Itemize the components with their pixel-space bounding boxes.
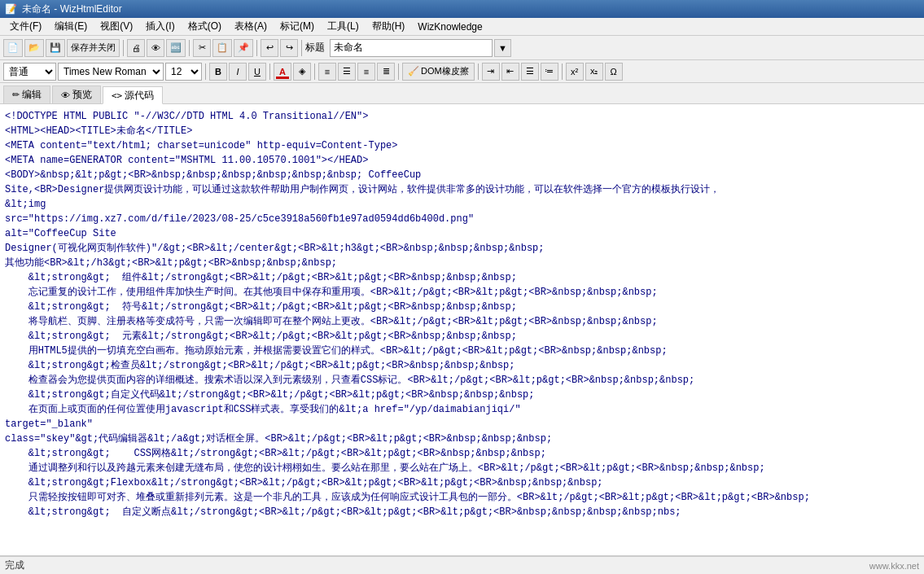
tab-edit[interactable]: ✏ 编辑	[3, 85, 50, 103]
spell-button[interactable]: 🔤	[166, 39, 186, 57]
dom-eraser-button[interactable]: 🧹 DOM橡皮擦	[402, 63, 475, 81]
title-icon: 📝	[5, 3, 17, 15]
separator4	[301, 40, 302, 56]
editor-area[interactable]: <!DOCTYPE HTML PUBLIC "-//W3C//DTD HTML …	[0, 104, 924, 556]
font-color-button[interactable]: A	[274, 63, 291, 81]
title-bar: 📝 未命名 - WizHtmlEditor	[0, 0, 924, 18]
menu-tools[interactable]: 工具(L)	[321, 18, 366, 35]
dom-eraser-label: DOM橡皮擦	[421, 65, 469, 77]
menu-view[interactable]: 视图(V)	[94, 18, 139, 35]
new-button[interactable]: 📄	[3, 39, 23, 57]
highlight-button[interactable]: ◈	[293, 63, 311, 81]
paste-button[interactable]: 📌	[234, 39, 253, 57]
redo-button[interactable]: ↪	[280, 39, 298, 57]
separator9	[478, 64, 479, 80]
menu-mark[interactable]: 标记(M)	[274, 18, 321, 35]
menu-edit[interactable]: 编辑(E)	[48, 18, 94, 35]
preview-tab-icon: 👁	[61, 90, 70, 100]
menu-format[interactable]: 格式(O)	[182, 18, 228, 35]
dom-eraser-icon: 🧹	[408, 66, 419, 77]
separator10	[562, 64, 563, 80]
align-justify-button[interactable]: ≣	[377, 63, 395, 81]
source-tab-icon: <>	[112, 90, 122, 101]
watermark: www.kkx.net	[869, 561, 919, 571]
save-close-button[interactable]: 保存并关闭	[67, 39, 120, 57]
separator1	[123, 40, 124, 56]
style-select[interactable]: 普通	[3, 63, 56, 81]
open-button[interactable]: 📂	[24, 39, 44, 57]
font-select[interactable]: Times New Roman	[58, 63, 164, 81]
title-dropdown-button[interactable]: ▼	[494, 39, 511, 57]
special-char-button[interactable]: Ω	[605, 63, 623, 81]
save-close-label: 保存并关闭	[71, 42, 116, 54]
align-left-button[interactable]: ≡	[318, 63, 336, 81]
menu-file[interactable]: 文件(F)	[3, 18, 48, 35]
separator2	[189, 40, 190, 56]
edit-tab-label: 编辑	[22, 88, 42, 102]
title-input[interactable]	[330, 39, 493, 57]
tab-source[interactable]: <> 源代码	[103, 86, 163, 104]
separator5	[205, 64, 206, 80]
source-code: <!DOCTYPE HTML PUBLIC "-//W3C//DTD HTML …	[5, 109, 919, 519]
size-select[interactable]: 12	[165, 63, 202, 81]
edit-tab-icon: ✏	[12, 90, 20, 100]
copy-button[interactable]: 📋	[212, 39, 232, 57]
tab-preview[interactable]: 👁 预览	[52, 85, 101, 103]
title-label: 标题	[305, 41, 325, 55]
tab-bar: ✏ 编辑 👁 预览 <> 源代码	[0, 83, 924, 104]
align-center-button[interactable]: ☰	[338, 63, 356, 81]
superscript-button[interactable]: x²	[566, 63, 584, 81]
toolbar2: 普通 Times New Roman 12 B I U A ◈ ≡ ☰ ≡ ≣ …	[0, 60, 924, 83]
toolbar1: 📄 📂 💾 保存并关闭 🖨 👁 🔤 ✂ 📋 📌 ↩ ↪ 标题 ▼	[0, 36, 924, 60]
outdent-button[interactable]: ⇤	[501, 63, 519, 81]
window-title: 未命名 - WizHtmlEditor	[22, 2, 122, 16]
subscript-button[interactable]: x₂	[585, 63, 603, 81]
align-right-button[interactable]: ≡	[357, 63, 375, 81]
menu-wizknowledge[interactable]: WizKnowledge	[411, 20, 488, 34]
undo-button[interactable]: ↩	[261, 39, 278, 57]
source-tab-label: 源代码	[125, 89, 154, 103]
italic-button[interactable]: I	[229, 63, 247, 81]
menu-table[interactable]: 表格(A)	[228, 18, 274, 35]
underline-button[interactable]: U	[248, 63, 266, 81]
save-button[interactable]: 💾	[46, 39, 65, 57]
separator6	[269, 64, 270, 80]
preview-button[interactable]: 👁	[147, 39, 164, 57]
cut-button[interactable]: ✂	[193, 39, 211, 57]
list-ul-button[interactable]: ☰	[521, 63, 539, 81]
menu-insert[interactable]: 插入(I)	[139, 18, 181, 35]
font-color-icon: A	[279, 67, 286, 77]
list-ol-button[interactable]: ≔	[541, 63, 558, 81]
status-bar: 完成 www.kkx.net	[0, 556, 924, 574]
print-button[interactable]: 🖨	[127, 39, 145, 57]
separator8	[398, 64, 399, 80]
bold-button[interactable]: B	[209, 63, 227, 81]
separator7	[314, 64, 315, 80]
separator3	[256, 40, 257, 56]
menu-bar: 文件(F) 编辑(E) 视图(V) 插入(I) 格式(O) 表格(A) 标记(M…	[0, 18, 924, 36]
preview-tab-label: 预览	[72, 88, 92, 102]
status-text: 完成	[5, 559, 24, 572]
menu-help[interactable]: 帮助(H)	[366, 18, 412, 35]
indent-button[interactable]: ⇥	[482, 63, 500, 81]
